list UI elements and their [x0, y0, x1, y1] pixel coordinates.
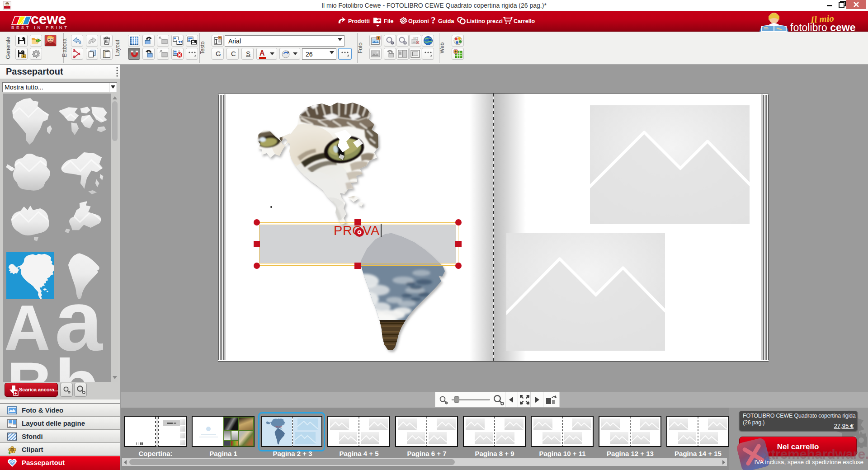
svg-text:b: b [55, 344, 99, 382]
svg-text:B: B [7, 349, 53, 382]
svg-text:OPT: OPT [413, 37, 419, 39]
svg-text:?: ? [431, 16, 435, 25]
svg-text:PROVA: PROVA [275, 426, 282, 428]
